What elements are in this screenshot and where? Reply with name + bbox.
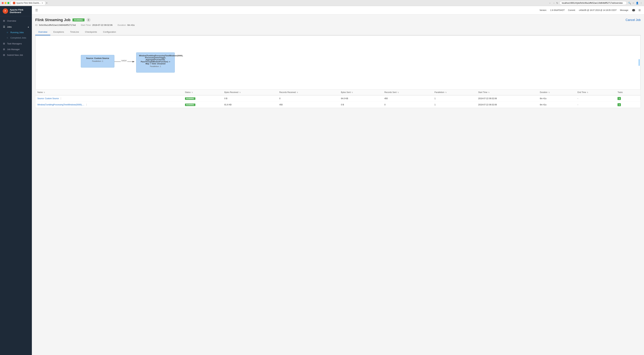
sort-start-time-icon[interactable]: ⇅ bbox=[488, 91, 490, 93]
address-bar[interactable] bbox=[560, 1, 627, 5]
close-window-button[interactable] bbox=[2, 2, 4, 4]
job-manager-icon: ⊞ bbox=[3, 48, 5, 51]
sidebar-brand: F Apache Flink Dashboard bbox=[0, 6, 32, 16]
col-name[interactable]: Name ⇅ bbox=[36, 89, 183, 95]
row1-bytes-sent: 64.0 KB bbox=[339, 95, 382, 102]
col-bytes-received[interactable]: Bytes Received ⇅ bbox=[222, 89, 278, 95]
bookmark-icon[interactable]: ☆ bbox=[632, 2, 634, 4]
job-duration-label: Duration: bbox=[118, 24, 126, 26]
tab-overview[interactable]: Overview bbox=[35, 29, 50, 35]
col-records-received[interactable]: Records Received ⇅ bbox=[277, 89, 339, 95]
row1-tasks-badge: 1 bbox=[618, 97, 621, 100]
reload-button[interactable]: ↻ bbox=[556, 2, 558, 4]
tab-configuration[interactable]: Configuration bbox=[100, 29, 119, 35]
tab-checkpoints[interactable]: Checkpoints bbox=[82, 29, 100, 35]
sidebar-item-completed-jobs-label: Completed Jobs bbox=[10, 36, 26, 39]
row1-end-time: - bbox=[576, 95, 616, 102]
graph-scrollbar[interactable] bbox=[638, 36, 640, 89]
row1-records-received: 0 bbox=[277, 95, 339, 102]
sidebar-item-running-jobs-label: Running Jobs bbox=[10, 31, 24, 34]
col-tasks[interactable]: Tasks bbox=[616, 89, 640, 95]
row2-start-time: 2019-07-22 09:32:06 bbox=[476, 102, 538, 108]
sidebar-sub-items: ○ Running Jobs ○ Completed Jobs bbox=[0, 30, 32, 40]
col-end-time[interactable]: End Time ⇅ bbox=[576, 89, 616, 95]
message-label: Message: bbox=[620, 9, 629, 11]
graph-node-window-title: Window(TumblingProcessingTimeWindows(500… bbox=[139, 55, 172, 65]
graph-node-source[interactable]: Source: Custom Source Parallelism: 1 bbox=[81, 55, 114, 67]
col-bytes-sent[interactable]: Bytes Sent ⇅ bbox=[339, 89, 382, 95]
sort-end-time-icon[interactable]: ⇅ bbox=[587, 91, 588, 93]
sidebar-item-overview[interactable]: ⊞ Overview bbox=[0, 18, 32, 24]
row1-name-link[interactable]: Source: Custom Source bbox=[38, 97, 59, 100]
forward-button[interactable]: → bbox=[552, 2, 555, 4]
profile-icon[interactable]: 👤 bbox=[636, 2, 639, 4]
col-records-sent[interactable]: Records Sent ⇅ bbox=[382, 89, 432, 95]
sidebar-item-submit-new-job[interactable]: ⊞ Submit New Job bbox=[0, 52, 32, 58]
back-button[interactable]: ← bbox=[549, 2, 551, 4]
main-content: ☰ Version: 1.9-SNAPSHOT Commit: c43dc95 … bbox=[32, 6, 644, 355]
sidebar-item-completed-jobs[interactable]: ○ Completed Jobs bbox=[0, 35, 32, 40]
table-header: Name ⇅ Status ⇅ Bytes Received ⇅ bbox=[36, 89, 640, 95]
row1-records-sent: 450 bbox=[382, 95, 432, 102]
sidebar-item-task-managers-label: Task Managers bbox=[7, 42, 22, 45]
graph-node-window[interactable]: Window(TumblingProcessingTimeWindows(500… bbox=[136, 52, 175, 72]
col-duration[interactable]: Duration ⇅ bbox=[538, 89, 576, 95]
sidebar-section-jobs: ☰ Jobs ▲ ○ Running Jobs ○ Completed Jobs bbox=[0, 24, 32, 41]
grid-icon[interactable]: ⊞ bbox=[638, 8, 641, 12]
sort-records-sent-icon[interactable]: ⇅ bbox=[398, 91, 399, 93]
row2-name-link[interactable]: Window(TumblingProcessingTimeWindows(500… bbox=[38, 103, 84, 106]
sidebar-item-submit-job-label: Submit New Job bbox=[7, 54, 23, 56]
sort-parallelism-icon[interactable]: ⇅ bbox=[445, 91, 446, 93]
graph-area[interactable]: Source: Custom Source Parallelism: 1 HAS… bbox=[36, 35, 640, 89]
jobs-chevron-icon: ▲ bbox=[28, 26, 29, 28]
cancel-job-button[interactable]: Cancel Job bbox=[626, 18, 641, 22]
job-start-value: 2019-07-22 09:32:06 bbox=[92, 24, 112, 26]
sidebar-item-job-manager[interactable]: ⊞ Job Manager bbox=[0, 46, 32, 52]
row2-options-icon[interactable]: ⋮ bbox=[85, 103, 88, 106]
graph-edge-label: HASH bbox=[121, 59, 127, 62]
minimize-window-button[interactable] bbox=[4, 2, 6, 4]
top-header: ☰ Version: 1.9-SNAPSHOT Commit: c43dc95 … bbox=[32, 6, 644, 14]
col-status[interactable]: Status ⇅ bbox=[183, 89, 222, 95]
col-start-time[interactable]: Start Time ⇅ bbox=[476, 89, 538, 95]
job-duration-value: 6m 41s bbox=[128, 24, 135, 26]
sidebar-item-overview-label: Overview bbox=[7, 19, 16, 22]
row1-start-time: 2019-07-22 09:32:06 bbox=[476, 95, 538, 102]
browser-chrome: F Apache Flink Web Dashb... ✕ + ← → ↻ 🔍 … bbox=[0, 0, 644, 6]
sort-status-icon[interactable]: ⇅ bbox=[192, 91, 193, 93]
new-tab-button[interactable]: + bbox=[46, 1, 48, 4]
menu-icon[interactable]: ⋮ bbox=[640, 2, 642, 4]
tab-exceptions[interactable]: Exceptions bbox=[50, 29, 67, 35]
sidebar-item-running-jobs[interactable]: ○ Running Jobs bbox=[0, 30, 32, 35]
maximize-window-button[interactable] bbox=[8, 2, 10, 4]
row2-parallelism: 1 bbox=[432, 102, 476, 108]
commit-value: c43dc95 @ 18.07.2019 @ 14:18:05 CEST bbox=[579, 9, 617, 11]
graph-svg bbox=[36, 36, 640, 89]
col-parallelism[interactable]: Parallelism ⇅ bbox=[432, 89, 476, 95]
table-row: Window(TumblingProcessingTimeWindows(500… bbox=[36, 102, 640, 108]
row1-bytes-received: 0 B bbox=[222, 95, 278, 102]
sort-name-icon[interactable]: ⇅ bbox=[44, 91, 45, 93]
header-info: Version: 1.9-SNAPSHOT Commit: c43dc95 @ … bbox=[540, 9, 635, 11]
tab-close-button[interactable]: ✕ bbox=[42, 2, 43, 4]
zoom-icon[interactable]: 🔍 bbox=[628, 2, 631, 4]
row2-bytes-sent: 0 B bbox=[339, 102, 382, 108]
jobs-icon: ☰ bbox=[3, 25, 5, 28]
sidebar-item-task-managers[interactable]: ⊞ Task Managers bbox=[0, 41, 32, 46]
completed-jobs-icon: ○ bbox=[6, 36, 9, 39]
sort-records-received-icon[interactable]: ⇅ bbox=[297, 91, 298, 93]
sidebar-item-job-manager-label: Job Manager bbox=[7, 48, 20, 51]
row2-bytes-received: 81.6 KB bbox=[222, 102, 278, 108]
tab-timeline[interactable]: TimeLine bbox=[67, 29, 82, 35]
commit-label: Commit: bbox=[568, 9, 576, 11]
sort-duration-icon[interactable]: ⇅ bbox=[548, 91, 550, 93]
job-status-badge: RUNNING bbox=[72, 18, 84, 21]
sort-bytes-received-icon[interactable]: ⇅ bbox=[239, 91, 241, 93]
menu-hamburger-icon[interactable]: ☰ bbox=[35, 8, 38, 12]
sort-bytes-sent-icon[interactable]: ⇅ bbox=[352, 91, 353, 93]
active-tab[interactable]: F Apache Flink Web Dashb... ✕ bbox=[11, 1, 45, 5]
browser-actions: 🔍 ☆ 👤 ⋮ bbox=[628, 2, 642, 4]
row1-options-icon[interactable]: ⋮ bbox=[60, 97, 62, 100]
sidebar-item-jobs[interactable]: ☰ Jobs ▲ bbox=[0, 24, 32, 30]
job-header-row: Flink Streaming Job RUNNING 2 Cancel Job bbox=[35, 18, 641, 22]
